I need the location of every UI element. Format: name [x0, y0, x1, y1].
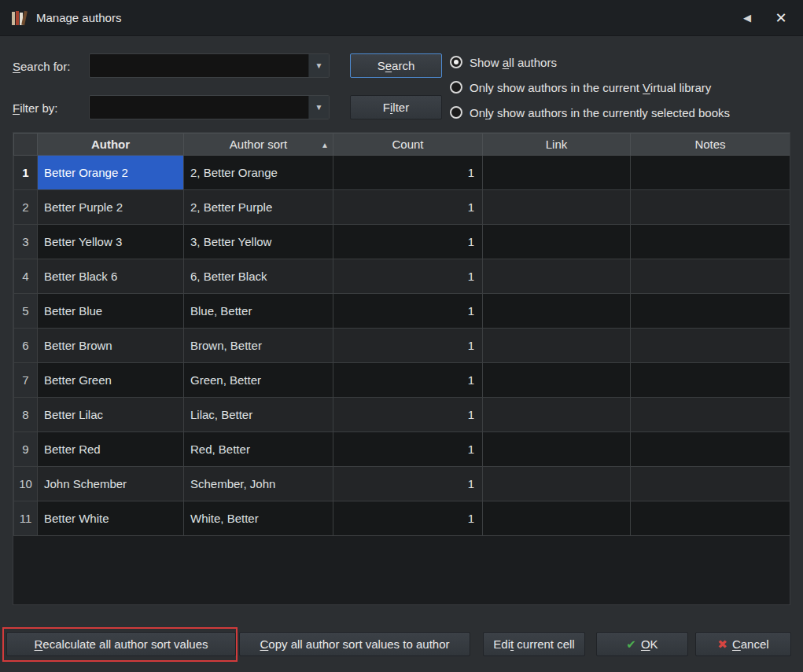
link-cell[interactable]	[483, 225, 631, 259]
search-input[interactable]	[90, 54, 308, 77]
notes-cell[interactable]	[631, 398, 790, 432]
radio-unselected-icon	[450, 106, 462, 119]
link-cell[interactable]	[483, 156, 631, 190]
author-sort-cell[interactable]: Schember, John	[184, 467, 333, 501]
check-icon: ✔	[626, 637, 636, 652]
count-cell[interactable]: 1	[333, 329, 483, 363]
author-sort-cell[interactable]: White, Better	[184, 501, 333, 536]
corner-header[interactable]	[14, 134, 38, 156]
notes-cell[interactable]	[631, 190, 790, 225]
radio-label: Only show authors in the current Virtual…	[470, 81, 711, 94]
filter-input[interactable]	[90, 96, 308, 119]
link-cell[interactable]	[483, 259, 631, 294]
author-sort-cell[interactable]: 6, Better Black	[184, 259, 333, 294]
notes-cell[interactable]	[631, 432, 790, 467]
author-sort-cell[interactable]: Green, Better	[184, 363, 333, 398]
manage-authors-dialog: Manage authors ◀ ✕ Search for: ▼ Search …	[0, 0, 803, 672]
link-cell[interactable]	[483, 363, 631, 398]
row-number[interactable]: 7	[14, 363, 38, 398]
count-cell[interactable]: 1	[333, 259, 483, 294]
close-icon[interactable]: ✕	[759, 0, 803, 36]
row-number[interactable]: 11	[14, 501, 38, 536]
edit-current-cell-button[interactable]: Edit current cell	[483, 632, 585, 656]
count-cell[interactable]: 1	[333, 294, 483, 329]
count-cell[interactable]: 1	[333, 156, 483, 190]
author-cell[interactable]: Better Brown	[38, 329, 184, 363]
radio-selected-books[interactable]: Only show authors in the currently selec…	[450, 104, 730, 121]
filter-dropdown-button[interactable]: ▼	[308, 96, 329, 119]
author-sort-cell[interactable]: Lilac, Better	[184, 398, 333, 432]
row-number[interactable]: 8	[14, 398, 38, 432]
table-row: 2 Better Purple 2 2, Better Purple 1	[14, 190, 790, 225]
copy-author-sort-button[interactable]: Copy all author sort values to author	[239, 632, 470, 656]
count-cell[interactable]: 1	[333, 432, 483, 467]
link-cell[interactable]	[483, 398, 631, 432]
count-cell[interactable]: 1	[333, 190, 483, 225]
notes-cell[interactable]	[631, 225, 790, 259]
author-sort-cell[interactable]: 2, Better Purple	[184, 190, 333, 225]
link-cell[interactable]	[483, 190, 631, 225]
notes-cell[interactable]	[631, 363, 790, 398]
notes-cell[interactable]	[631, 467, 790, 501]
link-column-header[interactable]: Link	[483, 134, 631, 156]
link-cell[interactable]	[483, 294, 631, 329]
arrow-left-icon[interactable]: ◀	[735, 12, 759, 24]
count-cell[interactable]: 1	[333, 363, 483, 398]
search-dropdown-button[interactable]: ▼	[308, 54, 329, 77]
author-cell[interactable]: Better Yellow 3	[38, 225, 184, 259]
row-number[interactable]: 2	[14, 190, 38, 225]
link-cell[interactable]	[483, 467, 631, 501]
author-cell[interactable]: Better White	[38, 501, 184, 536]
notes-cell[interactable]	[631, 259, 790, 294]
count-column-header[interactable]: Count	[333, 134, 483, 156]
radio-show-all-authors[interactable]: Show all authors	[450, 53, 557, 71]
link-cell[interactable]	[483, 329, 631, 363]
radio-virtual-library[interactable]: Only show authors in the current Virtual…	[450, 79, 711, 96]
author-sort-column-header[interactable]: Author sort▲	[184, 134, 333, 156]
sort-ascending-icon: ▲	[321, 140, 329, 149]
notes-cell[interactable]	[631, 294, 790, 329]
table-row: 7 Better Green Green, Better 1	[14, 363, 790, 398]
author-sort-cell[interactable]: Red, Better	[184, 432, 333, 467]
search-button[interactable]: Search	[350, 53, 442, 78]
link-cell[interactable]	[483, 501, 631, 536]
notes-cell[interactable]	[631, 329, 790, 363]
count-cell[interactable]: 1	[333, 467, 483, 501]
notes-cell[interactable]	[631, 501, 790, 536]
row-number[interactable]: 9	[14, 432, 38, 467]
cancel-button[interactable]: ✖Cancel	[695, 632, 791, 656]
author-cell[interactable]: Better Green	[38, 363, 184, 398]
ok-button[interactable]: ✔OK	[596, 632, 688, 656]
calibre-icon	[9, 8, 30, 28]
count-cell[interactable]: 1	[333, 398, 483, 432]
count-cell[interactable]: 1	[333, 501, 483, 536]
row-number[interactable]: 3	[14, 225, 38, 259]
count-cell[interactable]: 1	[333, 225, 483, 259]
chevron-down-icon: ▼	[315, 61, 323, 70]
row-number[interactable]: 5	[14, 294, 38, 329]
row-number[interactable]: 10	[14, 467, 38, 501]
filter-button[interactable]: Filter	[350, 95, 442, 119]
author-cell[interactable]: John Schember	[38, 467, 184, 501]
author-cell[interactable]: Better Red	[38, 432, 184, 467]
author-cell[interactable]: Better Orange 2	[38, 156, 184, 190]
link-cell[interactable]	[483, 432, 631, 467]
author-cell[interactable]: Better Black 6	[38, 259, 184, 294]
row-number[interactable]: 6	[14, 329, 38, 363]
author-cell[interactable]: Better Lilac	[38, 398, 184, 432]
notes-cell[interactable]	[631, 156, 790, 190]
row-number[interactable]: 4	[14, 259, 38, 294]
author-sort-cell[interactable]: Blue, Better	[184, 294, 333, 329]
table-row: 5 Better Blue Blue, Better 1	[14, 294, 790, 329]
author-cell[interactable]: Better Purple 2	[38, 190, 184, 225]
header-row: Author Author sort▲ Count Link Notes	[14, 134, 790, 156]
author-cell[interactable]: Better Blue	[38, 294, 184, 329]
table-row: 8 Better Lilac Lilac, Better 1	[14, 398, 790, 432]
recalculate-author-sort-button[interactable]: Recalculate all author sort values	[6, 632, 236, 656]
row-number[interactable]: 1	[14, 156, 38, 190]
author-sort-cell[interactable]: 2, Better Orange	[184, 156, 333, 190]
notes-column-header[interactable]: Notes	[631, 134, 790, 156]
author-column-header[interactable]: Author	[38, 134, 184, 156]
author-sort-cell[interactable]: 3, Better Yellow	[184, 225, 333, 259]
author-sort-cell[interactable]: Brown, Better	[184, 329, 333, 363]
